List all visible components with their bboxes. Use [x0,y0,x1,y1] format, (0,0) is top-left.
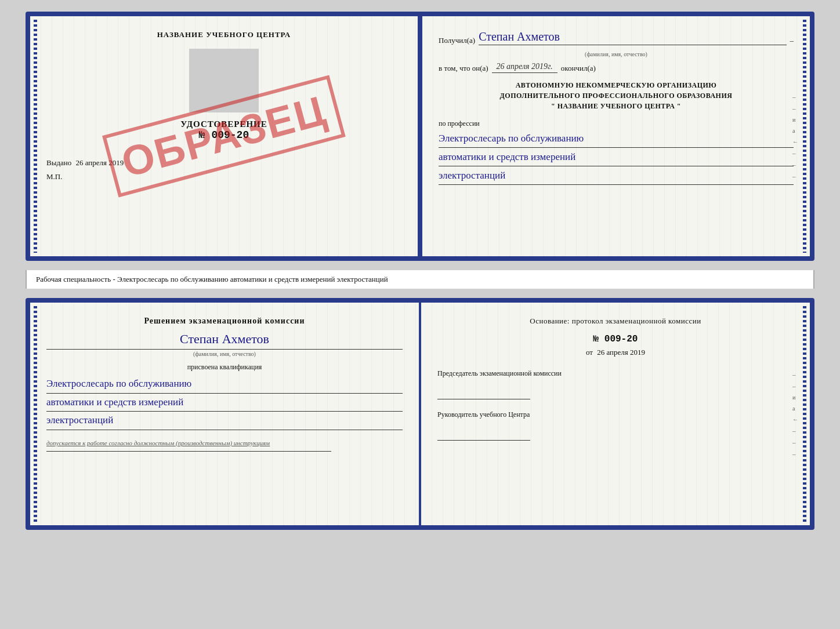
bottom-document: Решением экзаменационной комиссии Степан… [26,298,814,530]
vtom-date: 26 апреля 2019г. [492,62,557,73]
vtom-label: в том, что он(а) [439,64,488,73]
top-right-panel: Получил(a) Степан Ахметов – (фамилия, им… [420,16,810,256]
qual-line2: автоматики и средств измерений [46,394,403,412]
decision-title: Решением экзаменационной комиссии [46,317,403,326]
photo-placeholder [189,49,259,112]
specialty-text: Рабочая специальность - Электрослесарь п… [36,275,388,283]
ot-label: от [586,348,593,357]
predsedatel-sig-line [437,389,530,399]
vydano-label: Выдано [46,158,71,167]
cert-number: № 009-20 [46,129,401,141]
fio-sublabel: (фамилия, имя, отчество) [439,51,794,57]
bottom-side-marks: – – и а ← – – – [792,371,798,457]
cert-title-block: УДОСТОВЕРЕНИЕ № 009-20 [46,119,401,141]
dopuskaetsya-block: допускается к работе согласно должностны… [46,439,403,446]
vtom-line: в том, что он(а) 26 апреля 2019г. окончи… [439,62,794,73]
org-line3: " НАЗВАНИЕ УЧЕБНОГО ЦЕНТРА " [439,101,794,111]
okonchil-label: окончил(а) [561,64,596,73]
qual-line3: электростанций [46,412,403,430]
profession-line3: электростанций [439,168,794,185]
protocol-number: № 009-20 [437,334,794,344]
dopuskaetsya-text: работе согласно должностным (производств… [87,439,270,446]
poluchil-label: Получил(a) [439,36,475,45]
bottom-recipient-name: Степан Ахметов [46,332,403,350]
predsedatel-title: Председатель экзаменационной комиссии [437,369,794,379]
org-block: АВТОНОМНУЮ НЕКОММЕРЧЕСКУЮ ОРГАНИЗАЦИЮ ДО… [439,80,794,111]
rukovoditel-sig-line [437,430,530,441]
profession-line1: Электрослесарь по обслуживанию [439,130,794,148]
mp-line: М.П. [46,172,401,181]
side-marks: – – и а ← – – – [792,93,798,180]
qual-line1: Электрослесарь по обслуживанию [46,375,403,394]
rukovoditel-title: Руководитель учебного Центра [437,410,794,420]
bottom-left-panel: Решением экзаменационной комиссии Степан… [30,303,421,525]
org-line2: ДОПОЛНИТЕЛЬНОГО ПРОФЕССИОНАЛЬНОГО ОБРАЗО… [439,90,794,101]
ot-date-line: от 26 апреля 2019 [437,348,794,357]
cert-issued: Выдано 26 апреля 2019 [46,158,401,168]
org-line1: АВТОНОМНУЮ НЕКОММЕРЧЕСКУЮ ОРГАНИЗАЦИЮ [439,80,794,90]
predsedatel-block: Председатель экзаменационной комиссии [437,369,794,399]
top-left-panel: НАЗВАНИЕ УЧЕБНОГО ЦЕНТРА УДОСТОВЕРЕНИЕ №… [30,16,420,256]
bottom-fio-sub: (фамилия, имя, отчество) [46,351,403,357]
prisvoena-label: присвоена квалификация [46,363,403,372]
vydano-date: 26 апреля 2019 [76,158,124,167]
ot-date: 26 апреля 2019 [597,348,645,357]
dopuskaetsya-label: допускается к [46,439,85,446]
dash-separator: – [790,36,794,45]
middle-strip: Рабочая специальность - Электрослесарь п… [26,270,814,289]
center-title: НАЗВАНИЕ УЧЕБНОГО ЦЕНТРА [46,30,401,39]
osnov-title: Основание: протокол экзаменационной коми… [437,317,794,326]
recipient-line: Получил(a) Степан Ахметов – [439,30,794,45]
rukovoditel-block: Руководитель учебного Центра [437,410,794,441]
bottom-right-panel: Основание: протокол экзаменационной коми… [421,303,810,525]
po-professii: по профессии [439,119,794,128]
qual-block: Электрослесарь по обслуживанию автоматик… [46,375,403,430]
recipient-name: Степан Ахметов [479,30,786,45]
profession-line2: автоматики и средств измерений [439,149,794,166]
udostoverenie-label: УДОСТОВЕРЕНИЕ [46,119,401,129]
top-document: НАЗВАНИЕ УЧЕБНОГО ЦЕНТРА УДОСТОВЕРЕНИЕ №… [26,12,814,261]
